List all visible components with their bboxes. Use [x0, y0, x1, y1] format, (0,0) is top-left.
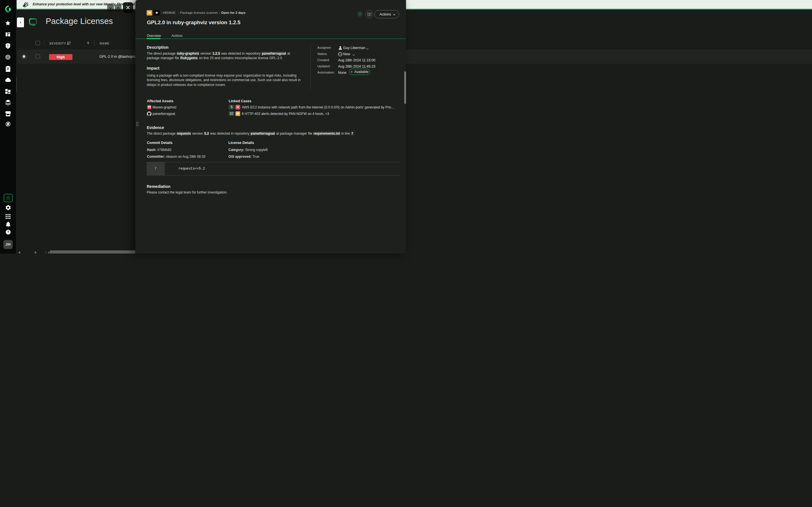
svg-text:?: ?	[7, 230, 9, 234]
